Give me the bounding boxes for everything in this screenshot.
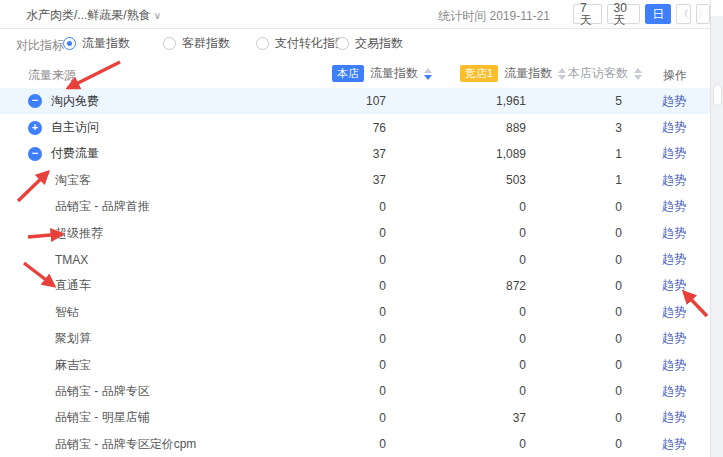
stat-time-label: 统计时间 2019-11-21 xyxy=(438,8,550,25)
traffic-source-name: 自主访问 xyxy=(51,119,99,136)
rival-index-value: 872 xyxy=(386,279,526,293)
traffic-source-name: TMAX xyxy=(55,253,88,267)
table-row: 淘宝客375031趋势 xyxy=(0,167,710,193)
prev-day-button[interactable]: 〈 xyxy=(676,4,690,24)
sort-icon xyxy=(558,68,566,80)
traffic-source-name: 淘宝客 xyxy=(55,172,91,189)
collapse-icon[interactable]: − xyxy=(28,147,42,161)
trend-link[interactable]: 趋势 xyxy=(662,304,686,321)
traffic-source-name: 品销宝 - 品牌专区定价cpm xyxy=(55,436,196,453)
own-shop-badge: 本店 xyxy=(332,65,364,81)
traffic-source-name: 淘内免费 xyxy=(51,93,99,110)
table-row: 直通车08720趋势 xyxy=(0,273,710,299)
radio-icon xyxy=(163,37,176,50)
compare-metric-label: 对比指标 xyxy=(16,37,64,54)
trend-link[interactable]: 趋势 xyxy=(662,436,686,453)
rival-index-value: 0 xyxy=(386,358,526,372)
action-cell: 趋势 xyxy=(622,93,710,110)
traffic-source-name: 麻吉宝 xyxy=(55,357,91,374)
range-day-button[interactable]: 日 xyxy=(645,4,671,24)
column-own-visitors-sort[interactable]: 本店访客数 xyxy=(568,65,642,82)
own-index-value: 0 xyxy=(320,305,386,319)
trend-link[interactable]: 趋势 xyxy=(662,330,686,347)
date-range-group: 7天 30天 日 〈 〉 xyxy=(573,4,710,24)
range-30d-button[interactable]: 30天 xyxy=(607,4,641,24)
trend-link[interactable]: 趋势 xyxy=(662,119,686,136)
expand-icon[interactable]: + xyxy=(28,121,42,135)
own-visitors-value: 0 xyxy=(526,332,622,346)
table-row: 品销宝 - 明星店铺0370趋势 xyxy=(0,405,710,431)
own-visitors-value: 0 xyxy=(526,279,622,293)
trend-link[interactable]: 趋势 xyxy=(662,93,686,110)
radio-label: 客群指数 xyxy=(182,35,230,52)
traffic-source-name: 超级推荐 xyxy=(55,225,103,242)
rival-index-value: 0 xyxy=(386,305,526,319)
own-visitors-value: 0 xyxy=(526,200,622,214)
action-cell: 趋势 xyxy=(622,436,710,453)
trend-link[interactable]: 趋势 xyxy=(662,172,686,189)
trend-link[interactable]: 趋势 xyxy=(662,251,686,268)
own-visitors-value: 0 xyxy=(526,411,622,425)
collapse-icon[interactable]: − xyxy=(28,94,42,108)
table-row: 品销宝 - 品牌首推000趋势 xyxy=(0,194,710,220)
next-day-button[interactable]: 〉 xyxy=(696,4,710,24)
radio-payment-conversion-index[interactable]: 支付转化指数 xyxy=(256,35,347,52)
traffic-source-name: 品销宝 - 明星店铺 xyxy=(55,409,150,426)
traffic-source-name: 付费流量 xyxy=(51,145,99,162)
own-visitors-value: 1 xyxy=(526,173,622,187)
rival-index-value: 889 xyxy=(386,121,526,135)
rival-index-value: 0 xyxy=(386,437,526,451)
scrollbar-track[interactable] xyxy=(710,0,723,457)
scrollbar-thumb[interactable] xyxy=(713,84,722,106)
own-visitors-value: 0 xyxy=(526,358,622,372)
trend-link[interactable]: 趋势 xyxy=(662,383,686,400)
radio-label: 流量指数 xyxy=(82,35,130,52)
column-own-index-sort[interactable]: 本店 流量指数 xyxy=(332,65,432,82)
sort-icon xyxy=(634,68,642,80)
action-cell: 趋势 xyxy=(622,383,710,400)
traffic-source-name: 智钻 xyxy=(55,304,79,321)
own-visitors-value: 3 xyxy=(526,121,622,135)
rival-shop-badge: 竞店1 xyxy=(460,65,498,81)
radio-customer-index[interactable]: 客群指数 xyxy=(163,35,230,52)
trend-link[interactable]: 趋势 xyxy=(662,357,686,374)
trend-link[interactable]: 趋势 xyxy=(662,277,686,294)
rival-index-value: 1,089 xyxy=(386,147,526,161)
trend-link[interactable]: 趋势 xyxy=(662,198,686,215)
action-cell: 趋势 xyxy=(622,145,710,162)
action-cell: 趋势 xyxy=(622,172,710,189)
breadcrumb-text: 水产肉类/...鲜蔬果/熟食 xyxy=(26,8,151,22)
radio-label: 交易指数 xyxy=(355,35,403,52)
trend-link[interactable]: 趋势 xyxy=(662,225,686,242)
rival-index-value: 0 xyxy=(386,200,526,214)
own-index-value: 0 xyxy=(320,226,386,240)
table-row: TMAX000趋势 xyxy=(0,246,710,272)
radio-traffic-index[interactable]: 流量指数 xyxy=(63,35,130,52)
page: 水产肉类/...鲜蔬果/熟食∨ 统计时间 2019-11-21 7天 30天 日… xyxy=(0,0,723,457)
rival-index-value: 37 xyxy=(386,411,526,425)
traffic-source-name: 品销宝 - 品牌专区 xyxy=(55,383,150,400)
category-breadcrumb[interactable]: 水产肉类/...鲜蔬果/熟食∨ xyxy=(26,7,161,24)
radio-selected-icon xyxy=(63,37,76,50)
trend-link[interactable]: 趋势 xyxy=(662,145,686,162)
table-row: −付费流量371,0891趋势 xyxy=(0,141,710,167)
own-visitors-value: 5 xyxy=(526,94,622,108)
rival-index-value: 0 xyxy=(386,253,526,267)
own-index-value: 0 xyxy=(320,437,386,451)
table-row: +自主访问768893趋势 xyxy=(0,114,710,140)
column-rival-index-sort[interactable]: 竞店1 流量指数 xyxy=(460,65,566,82)
action-cell: 趋势 xyxy=(622,251,710,268)
action-cell: 趋势 xyxy=(622,277,710,294)
trend-link[interactable]: 趋势 xyxy=(662,409,686,426)
own-index-value: 0 xyxy=(320,332,386,346)
own-index-value: 0 xyxy=(320,411,386,425)
own-visitors-value: 0 xyxy=(526,437,622,451)
action-cell: 趋势 xyxy=(622,119,710,136)
table-row: 麻吉宝000趋势 xyxy=(0,352,710,378)
own-visitors-value: 1 xyxy=(526,147,622,161)
table-row: 超级推荐000趋势 xyxy=(0,220,710,246)
own-index-value: 37 xyxy=(320,147,386,161)
range-7d-button[interactable]: 7天 xyxy=(573,4,602,24)
radio-transaction-index[interactable]: 交易指数 xyxy=(336,35,403,52)
table-header: 流量来源 本店 流量指数 竞店1 流量指数 本店访客数 操作 xyxy=(0,60,710,88)
